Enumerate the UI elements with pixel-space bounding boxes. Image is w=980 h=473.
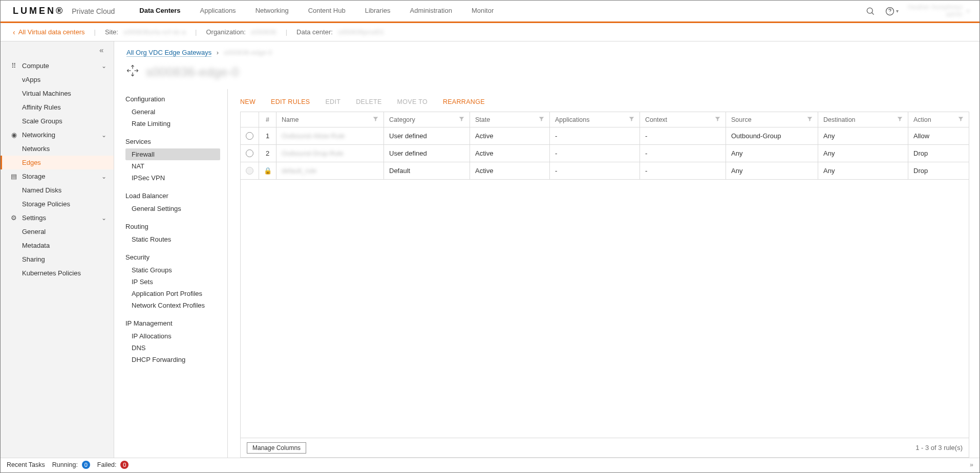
midnav-dhcp-forwarding[interactable]: DHCP Forwarding <box>125 354 220 365</box>
nav-virtual-machines[interactable]: Virtual Machines <box>1 87 114 100</box>
filter-icon[interactable] <box>629 116 634 123</box>
row-radio[interactable] <box>246 149 253 157</box>
col-state[interactable]: State <box>470 112 550 127</box>
col-index[interactable]: # <box>259 112 276 127</box>
move-to-button: MOVE TO <box>397 98 428 105</box>
filter-icon[interactable] <box>539 116 544 123</box>
breadcrumb-root[interactable]: All Org VDC Edge Gateways <box>126 49 211 57</box>
topnav-content-hub[interactable]: Content Hub <box>308 1 346 22</box>
topnav-monitor[interactable]: Monitor <box>472 1 494 22</box>
svg-point-3 <box>889 13 890 13</box>
brand-logo: LUMEN® <box>13 6 65 16</box>
cell-index: 1 <box>259 127 276 144</box>
firewall-rules-grid: # Name Category State Applications Conte… <box>240 112 969 458</box>
status-failed-label: Failed: <box>97 461 117 468</box>
midnav-section-security: Security <box>125 253 227 261</box>
manage-columns-button[interactable]: Manage Columns <box>247 442 306 454</box>
cell-action: Drop <box>908 145 969 162</box>
top-nav: Data Centers Applications Networking Con… <box>139 1 494 22</box>
user-menu[interactable]: Heather Humphreys admin ▾ <box>908 4 969 17</box>
cell-source: Any <box>726 162 818 179</box>
nav-section-compute[interactable]: ⠿ Compute ⌄ <box>1 59 114 73</box>
midnav-ipsec-vpn[interactable]: IPSec VPN <box>125 172 220 184</box>
col-select <box>241 112 259 127</box>
site-value: s000836orla-vcf-dc-a <box>123 28 186 36</box>
status-bar: Recent Tasks Running: 0 Failed: 0 » <box>1 458 979 471</box>
col-applications[interactable]: Applications <box>550 112 640 127</box>
chevron-right-icon: › <box>217 49 219 56</box>
topnav-libraries[interactable]: Libraries <box>365 1 391 22</box>
topnav-administration[interactable]: Administration <box>410 1 452 22</box>
help-icon[interactable]: ▾ <box>885 6 899 16</box>
cell-source: Outbound-Group <box>726 127 818 144</box>
col-context[interactable]: Context <box>640 112 726 127</box>
main: ⠿ Compute ⌄ vApps Virtual Machines Affin… <box>1 41 979 458</box>
table-row[interactable]: 1 Outbound-Allow-Rule User defined Activ… <box>241 127 969 145</box>
rearrange-button[interactable]: REARRANGE <box>443 98 485 105</box>
nav-named-disks[interactable]: Named Disks <box>1 183 114 197</box>
work-area: NEW EDIT RULES EDIT DELETE MOVE TO REARR… <box>228 89 979 458</box>
nav-kubernetes-policies[interactable]: Kubernetes Policies <box>1 266 114 280</box>
col-category[interactable]: Category <box>384 112 470 127</box>
filter-icon[interactable] <box>958 116 964 123</box>
col-source[interactable]: Source <box>726 112 818 127</box>
cell-apps: - <box>550 127 640 144</box>
collapse-sidebar-button[interactable] <box>99 46 111 57</box>
midnav-static-groups[interactable]: Static Groups <box>125 264 220 276</box>
cell-source: Any <box>726 145 818 162</box>
nav-metadata[interactable]: Metadata <box>1 239 114 252</box>
top-right: ▾ Heather Humphreys admin ▾ <box>865 4 969 17</box>
midnav-ip-allocations[interactable]: IP Allocations <box>125 330 220 342</box>
status-failed-count: 0 <box>120 461 129 469</box>
nav-networks[interactable]: Networks <box>1 142 114 156</box>
back-all-vdcs[interactable]: ‹ All Virtual data centers <box>13 28 85 36</box>
table-row[interactable]: 2 Outbound-Drop-Rule User defined Active… <box>241 145 969 162</box>
col-action[interactable]: Action <box>908 112 969 127</box>
cell-apps: - <box>550 162 640 179</box>
midnav-firewall[interactable]: Firewall <box>125 148 220 160</box>
org-label: Organization: <box>206 28 245 36</box>
filter-icon[interactable] <box>373 116 378 123</box>
table-row[interactable]: 🔒 default_rule Default Active - - Any An… <box>241 162 969 180</box>
midnav-section-load-balancer: Load Balancer <box>125 192 227 200</box>
nav-section-storage[interactable]: ▤ Storage ⌄ <box>1 169 114 183</box>
midnav-ip-sets[interactable]: IP Sets <box>125 276 220 288</box>
nav-sharing[interactable]: Sharing <box>1 252 114 266</box>
nav-section-settings[interactable]: ⚙ Settings ⌄ <box>1 211 114 225</box>
midnav-rate-limiting[interactable]: Rate Limiting <box>125 118 220 130</box>
col-name[interactable]: Name <box>276 112 384 127</box>
midnav-static-routes[interactable]: Static Routes <box>125 233 220 245</box>
filter-icon[interactable] <box>807 116 813 123</box>
midnav-nat[interactable]: NAT <box>125 160 220 172</box>
topnav-applications[interactable]: Applications <box>200 1 236 22</box>
col-destination[interactable]: Destination <box>818 112 908 127</box>
storage-icon: ▤ <box>10 173 18 180</box>
search-icon[interactable] <box>865 6 876 16</box>
new-button[interactable]: NEW <box>240 98 255 105</box>
svg-line-1 <box>871 12 874 14</box>
nav-vapps[interactable]: vApps <box>1 73 114 87</box>
row-radio[interactable] <box>246 132 253 140</box>
topnav-networking[interactable]: Networking <box>255 1 289 22</box>
nav-storage-policies[interactable]: Storage Policies <box>1 197 114 211</box>
status-running-label: Running: <box>52 461 78 468</box>
midnav-network-context-profiles[interactable]: Network Context Profiles <box>125 299 220 311</box>
midnav-lb-general[interactable]: General Settings <box>125 203 220 214</box>
cell-destination: Any <box>818 162 908 179</box>
filter-icon[interactable] <box>459 116 464 123</box>
edit-rules-button[interactable]: EDIT RULES <box>271 98 310 105</box>
topnav-data-centers[interactable]: Data Centers <box>139 1 180 22</box>
nav-scale-groups[interactable]: Scale Groups <box>1 114 114 128</box>
filter-icon[interactable] <box>715 116 720 123</box>
nav-section-networking[interactable]: ◉ Networking ⌄ <box>1 128 114 142</box>
gear-icon: ⚙ <box>10 214 18 222</box>
midnav-general[interactable]: General <box>125 106 220 118</box>
edit-button: EDIT <box>325 98 340 105</box>
nav-edges[interactable]: Edges <box>1 156 114 169</box>
nav-general[interactable]: General <box>1 225 114 239</box>
expand-tasks-icon[interactable]: » <box>970 461 973 468</box>
nav-affinity-rules[interactable]: Affinity Rules <box>1 100 114 114</box>
midnav-app-port-profiles[interactable]: Application Port Profiles <box>125 288 220 299</box>
midnav-dns[interactable]: DNS <box>125 342 220 354</box>
filter-icon[interactable] <box>897 116 903 123</box>
